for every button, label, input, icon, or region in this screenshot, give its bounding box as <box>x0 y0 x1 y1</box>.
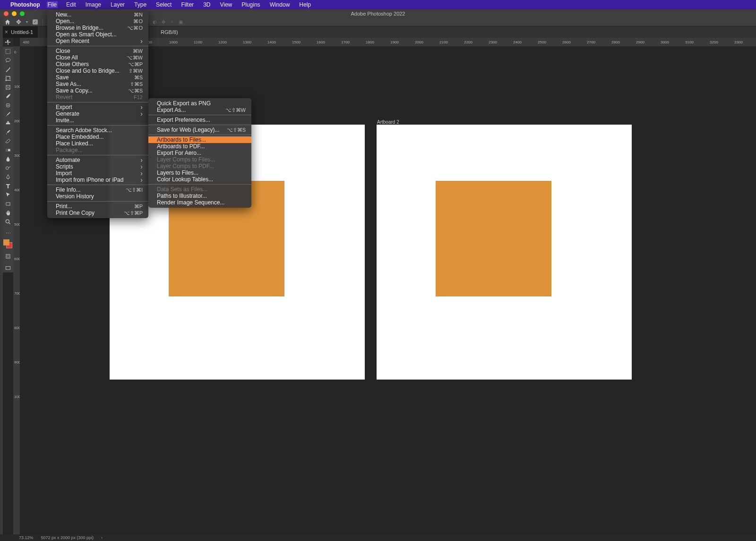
tool-preset-chevron-icon[interactable]: ▾ <box>26 20 28 24</box>
gradient-tool[interactable] <box>3 145 13 154</box>
dodge-tool[interactable] <box>3 163 13 172</box>
brush-tool[interactable] <box>3 110 13 118</box>
rectangle-shape-2[interactable] <box>436 181 551 296</box>
menu-type[interactable]: Type <box>133 1 147 8</box>
menu-item[interactable]: File Info...⌥⇧⌘I <box>47 186 148 193</box>
pen-tool[interactable] <box>3 172 13 181</box>
3d-camera-icon[interactable]: ▣ <box>179 19 183 25</box>
document-dimensions[interactable]: 5072 px x 2000 px (300 ppi) <box>41 535 94 540</box>
magic-wand-tool[interactable] <box>3 65 13 74</box>
lasso-tool[interactable] <box>3 56 13 65</box>
zoom-window-icon[interactable] <box>20 11 25 16</box>
menu-item[interactable]: Quick Export as PNG <box>148 100 251 107</box>
frame-tool[interactable] <box>3 83 13 92</box>
menu-item[interactable]: Export As...⌥⇧⌘W <box>148 107 251 113</box>
marquee-tool[interactable] <box>3 47 13 56</box>
menu-filter[interactable]: Filter <box>180 1 195 8</box>
menu-item[interactable]: Export Preferences... <box>148 117 251 123</box>
menu-item[interactable]: Export For Aero... <box>148 150 251 156</box>
hand-tool[interactable] <box>3 208 13 217</box>
zoom-tool[interactable] <box>3 217 13 226</box>
menu-item[interactable]: Artboards to PDF... <box>148 143 251 150</box>
auto-select-checkbox[interactable] <box>33 19 38 25</box>
history-brush-tool[interactable] <box>3 127 13 136</box>
ruler-tick: 1500 <box>290 40 302 44</box>
minimize-window-icon[interactable] <box>12 11 17 16</box>
menu-item[interactable]: Place Embedded... <box>47 134 148 140</box>
menu-item[interactable]: Save a Copy...⌥⌘S <box>47 87 148 94</box>
menu-item[interactable]: Print One Copy⌥⇧⌘P <box>47 210 148 216</box>
vertical-ruler[interactable]: 01002003004005006007008009001000 <box>13 46 20 534</box>
menu-plugins[interactable]: Plugins <box>241 1 261 8</box>
menu-layer[interactable]: Layer <box>110 1 126 8</box>
rectangle-tool[interactable] <box>3 199 13 208</box>
menu-edit[interactable]: Edit <box>65 1 77 8</box>
screen-mode-icon[interactable] <box>3 263 13 272</box>
eyedropper-tool[interactable] <box>3 92 13 101</box>
crop-tool[interactable] <box>3 74 13 83</box>
artboard-2[interactable] <box>377 125 632 380</box>
menu-item[interactable]: Close⌘W <box>47 48 148 54</box>
menu-item[interactable]: Save As...⇧⌘S <box>47 81 148 87</box>
3d-slide-icon[interactable]: ✧ <box>170 19 174 25</box>
menu-window[interactable]: Window <box>269 1 291 8</box>
menu-file[interactable]: File <box>47 1 58 8</box>
menu-item[interactable]: Open...⌘O <box>47 18 148 25</box>
menu-select[interactable]: Select <box>155 1 172 8</box>
move-tool-icon[interactable]: ✥ <box>16 18 21 25</box>
menu-item[interactable]: New...⌘N <box>47 11 148 18</box>
submenu-arrow-icon: › <box>140 165 143 169</box>
menu-item[interactable]: Generate› <box>47 110 148 117</box>
menu-help[interactable]: Help <box>298 1 312 8</box>
menu-item[interactable]: Color Lookup Tables... <box>148 176 251 183</box>
menu-item[interactable]: Invite... <box>47 117 148 124</box>
status-arrow-icon[interactable]: › <box>101 535 103 540</box>
menu-item[interactable]: Search Adobe Stock... <box>47 127 148 134</box>
path-selection-tool[interactable] <box>3 190 13 199</box>
menu-item[interactable]: Import› <box>47 170 148 177</box>
app-name[interactable]: Photoshop <box>10 1 40 8</box>
menu-item[interactable]: Render Image Sequence... <box>148 199 251 206</box>
menu-item[interactable]: Open as Smart Object... <box>47 31 148 38</box>
menu-item[interactable]: Import from iPhone or iPad› <box>47 177 148 183</box>
type-tool[interactable] <box>3 181 13 190</box>
menu-item[interactable]: Close Others⌥⌘P <box>47 61 148 68</box>
document-tab[interactable]: × Untitled-1 <box>0 26 38 38</box>
menu-item[interactable]: Artboards to Files... <box>148 136 251 143</box>
color-swatches[interactable] <box>3 239 13 249</box>
close-window-icon[interactable] <box>4 11 9 16</box>
quick-mask-icon[interactable] <box>3 252 13 261</box>
menu-item[interactable]: Automate› <box>47 157 148 163</box>
blur-tool[interactable] <box>3 154 13 163</box>
menu-item[interactable]: Close and Go to Bridge...⇧⌘W <box>47 68 148 74</box>
ruler-tick: 2200 <box>462 40 474 44</box>
foreground-color-swatch[interactable] <box>3 239 9 245</box>
clone-stamp-tool[interactable] <box>3 118 13 127</box>
menu-item[interactable]: Layers to Files... <box>148 169 251 176</box>
menu-item[interactable]: Version History <box>47 193 148 200</box>
3d-pan-icon[interactable]: ✥ <box>162 19 165 25</box>
menu-3d[interactable]: 3D <box>202 1 211 8</box>
menu-item[interactable]: Close All⌥⌘W <box>47 54 148 61</box>
healing-brush-tool[interactable] <box>3 101 13 110</box>
3d-roll-icon[interactable]: ◐ <box>153 19 157 25</box>
menu-item[interactable]: Scripts› <box>47 163 148 170</box>
menu-image[interactable]: Image <box>85 1 102 8</box>
artboard-2-label[interactable]: Artboard 2 <box>377 119 399 125</box>
menu-item[interactable]: Save⌘S <box>47 74 148 81</box>
menu-item[interactable]: Export› <box>47 104 148 110</box>
eraser-tool[interactable] <box>3 136 13 145</box>
home-icon[interactable] <box>4 19 11 25</box>
menu-item-label: Open as Smart Object... <box>56 31 117 38</box>
menu-item[interactable]: Place Linked... <box>47 140 148 147</box>
menu-view[interactable]: View <box>219 1 233 8</box>
move-tool[interactable] <box>3 38 13 47</box>
edit-toolbar-icon[interactable]: ⋯ <box>3 229 13 238</box>
menu-item[interactable]: Open Recent› <box>47 38 148 44</box>
menu-item[interactable]: Save for Web (Legacy)...⌥⇧⌘S <box>148 127 251 133</box>
menu-item[interactable]: Print...⌘P <box>47 203 148 210</box>
zoom-level[interactable]: 73.12% <box>19 535 34 540</box>
close-tab-icon[interactable]: × <box>5 29 8 35</box>
menu-item[interactable]: Browse in Bridge...⌥⌘O <box>47 25 148 31</box>
menu-item[interactable]: Paths to Illustrator... <box>148 193 251 199</box>
